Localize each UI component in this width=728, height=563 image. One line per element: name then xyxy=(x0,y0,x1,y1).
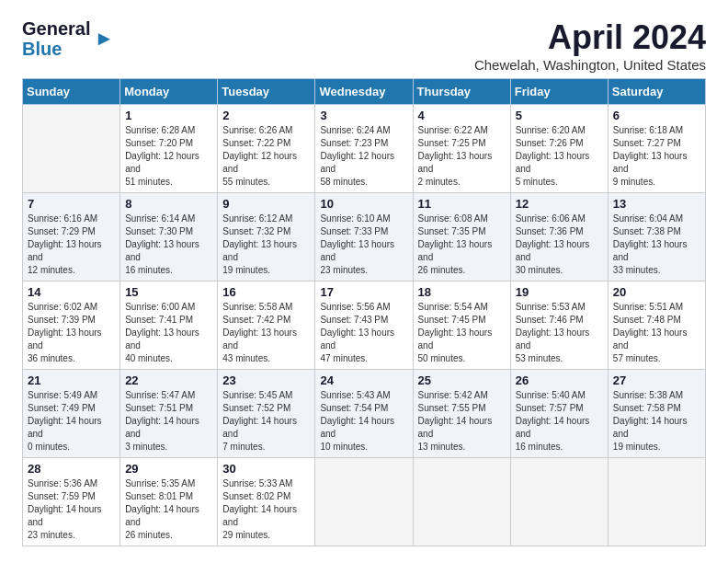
daylight-text: Daylight: 13 hours and xyxy=(613,150,700,176)
sunrise-text: Sunrise: 6:06 AM xyxy=(516,213,603,225)
col-friday: Friday xyxy=(510,79,608,105)
day-number: 19 xyxy=(516,285,603,299)
sunset-text: Sunset: 7:27 PM xyxy=(613,137,700,150)
day-info: Sunrise: 5:47 AMSunset: 7:51 PMDaylight:… xyxy=(125,389,212,454)
table-row: 29Sunrise: 5:35 AMSunset: 8:01 PMDayligh… xyxy=(120,458,218,546)
table-row: 3Sunrise: 6:24 AMSunset: 7:23 PMDaylight… xyxy=(315,105,413,193)
daylight-text-cont: 10 minutes. xyxy=(320,441,407,454)
table-row: 14Sunrise: 6:02 AMSunset: 7:39 PMDayligh… xyxy=(23,282,120,370)
table-row: 20Sunrise: 5:51 AMSunset: 7:48 PMDayligh… xyxy=(608,282,705,370)
day-info: Sunrise: 6:06 AMSunset: 7:36 PMDaylight:… xyxy=(516,213,603,277)
table-row: 12Sunrise: 6:06 AMSunset: 7:36 PMDayligh… xyxy=(510,193,608,282)
daylight-text-cont: 43 minutes. xyxy=(222,352,310,365)
daylight-text: Daylight: 14 hours and xyxy=(125,415,212,441)
table-row: 1Sunrise: 6:28 AMSunset: 7:20 PMDaylight… xyxy=(120,105,218,193)
daylight-text: Daylight: 14 hours and xyxy=(222,415,310,441)
day-info: Sunrise: 5:58 AMSunset: 7:42 PMDaylight:… xyxy=(222,301,310,365)
sunset-text: Sunset: 7:48 PM xyxy=(613,314,700,327)
table-row: 28Sunrise: 5:36 AMSunset: 7:59 PMDayligh… xyxy=(23,458,120,546)
logo-general-text: General xyxy=(22,18,90,39)
sunrise-text: Sunrise: 6:00 AM xyxy=(125,301,212,314)
table-row xyxy=(413,458,510,546)
day-number: 25 xyxy=(418,373,506,387)
sunset-text: Sunset: 7:46 PM xyxy=(516,314,603,327)
daylight-text-cont: 12 minutes. xyxy=(28,264,115,277)
daylight-text: Daylight: 13 hours and xyxy=(125,327,212,352)
day-info: Sunrise: 6:16 AMSunset: 7:29 PMDaylight:… xyxy=(28,213,115,277)
table-row: 27Sunrise: 5:38 AMSunset: 7:58 PMDayligh… xyxy=(608,370,705,458)
day-info: Sunrise: 5:42 AMSunset: 7:55 PMDaylight:… xyxy=(418,389,506,454)
col-sunday: Sunday xyxy=(23,79,120,105)
sunrise-text: Sunrise: 6:22 AM xyxy=(418,124,506,137)
daylight-text-cont: 51 minutes. xyxy=(125,176,212,189)
day-number: 6 xyxy=(613,109,700,122)
daylight-text-cont: 19 minutes. xyxy=(222,264,310,277)
daylight-text: Daylight: 13 hours and xyxy=(320,327,407,352)
day-number: 30 xyxy=(222,462,310,476)
daylight-text: Daylight: 14 hours and xyxy=(28,503,115,529)
day-info: Sunrise: 6:12 AMSunset: 7:32 PMDaylight:… xyxy=(222,213,310,277)
table-row: 23Sunrise: 5:45 AMSunset: 7:52 PMDayligh… xyxy=(218,370,315,458)
day-info: Sunrise: 6:18 AMSunset: 7:27 PMDaylight:… xyxy=(613,124,700,189)
table-row xyxy=(315,458,413,546)
day-info: Sunrise: 5:38 AMSunset: 7:58 PMDaylight:… xyxy=(613,389,700,454)
table-row: 15Sunrise: 6:00 AMSunset: 7:41 PMDayligh… xyxy=(120,282,218,370)
daylight-text: Daylight: 14 hours and xyxy=(222,503,310,529)
daylight-text: Daylight: 14 hours and xyxy=(28,415,115,441)
sunrise-text: Sunrise: 6:24 AM xyxy=(320,124,407,137)
day-number: 16 xyxy=(222,285,310,299)
daylight-text: Daylight: 13 hours and xyxy=(125,238,212,264)
sunset-text: Sunset: 7:36 PM xyxy=(516,225,603,238)
table-row: 22Sunrise: 5:47 AMSunset: 7:51 PMDayligh… xyxy=(120,370,218,458)
daylight-text: Daylight: 13 hours and xyxy=(516,238,603,264)
day-info: Sunrise: 5:49 AMSunset: 7:49 PMDaylight:… xyxy=(28,389,115,454)
day-number: 12 xyxy=(516,197,603,211)
day-number: 22 xyxy=(125,373,212,387)
daylight-text: Daylight: 13 hours and xyxy=(222,238,310,264)
day-info: Sunrise: 6:02 AMSunset: 7:39 PMDaylight:… xyxy=(28,301,115,365)
sunrise-text: Sunrise: 5:58 AM xyxy=(222,301,310,314)
day-info: Sunrise: 5:33 AMSunset: 8:02 PMDaylight:… xyxy=(222,477,310,542)
table-row: 17Sunrise: 5:56 AMSunset: 7:43 PMDayligh… xyxy=(315,282,413,370)
col-tuesday: Tuesday xyxy=(218,79,315,105)
sunset-text: Sunset: 8:02 PM xyxy=(222,490,310,503)
day-info: Sunrise: 5:35 AMSunset: 8:01 PMDaylight:… xyxy=(125,477,212,542)
table-row xyxy=(608,458,705,546)
day-info: Sunrise: 6:04 AMSunset: 7:38 PMDaylight:… xyxy=(613,213,700,277)
sunrise-text: Sunrise: 6:26 AM xyxy=(222,124,310,137)
daylight-text: Daylight: 13 hours and xyxy=(613,327,700,352)
sunrise-text: Sunrise: 5:33 AM xyxy=(222,477,310,490)
daylight-text: Daylight: 12 hours and xyxy=(222,150,310,176)
sunrise-text: Sunrise: 6:04 AM xyxy=(613,213,700,225)
daylight-text-cont: 53 minutes. xyxy=(516,352,603,365)
daylight-text-cont: 33 minutes. xyxy=(613,264,700,277)
day-number: 14 xyxy=(28,285,115,299)
sunset-text: Sunset: 7:26 PM xyxy=(516,137,603,150)
calendar-week-row: 1Sunrise: 6:28 AMSunset: 7:20 PMDaylight… xyxy=(23,105,706,193)
title-area: April 2024 Chewelah, Washington, United … xyxy=(474,18,706,73)
sunset-text: Sunset: 7:22 PM xyxy=(222,137,310,150)
table-row: 6Sunrise: 6:18 AMSunset: 7:27 PMDaylight… xyxy=(608,105,705,193)
day-info: Sunrise: 5:53 AMSunset: 7:46 PMDaylight:… xyxy=(516,301,603,365)
sunrise-text: Sunrise: 5:42 AM xyxy=(418,389,506,402)
sunrise-text: Sunrise: 6:02 AM xyxy=(28,301,115,314)
day-info: Sunrise: 5:51 AMSunset: 7:48 PMDaylight:… xyxy=(613,301,700,365)
sunrise-text: Sunrise: 5:49 AM xyxy=(28,389,115,402)
calendar-title: April 2024 xyxy=(474,18,706,57)
daylight-text: Daylight: 13 hours and xyxy=(418,327,506,352)
sunset-text: Sunset: 7:51 PM xyxy=(125,402,212,415)
daylight-text-cont: 23 minutes. xyxy=(28,529,115,542)
sunset-text: Sunset: 7:33 PM xyxy=(320,225,407,238)
table-row: 26Sunrise: 5:40 AMSunset: 7:57 PMDayligh… xyxy=(510,370,608,458)
day-number: 4 xyxy=(418,109,506,122)
sunrise-text: Sunrise: 6:08 AM xyxy=(418,213,506,225)
day-info: Sunrise: 6:24 AMSunset: 7:23 PMDaylight:… xyxy=(320,124,407,189)
col-monday: Monday xyxy=(120,79,218,105)
sunset-text: Sunset: 7:58 PM xyxy=(613,402,700,415)
day-number: 23 xyxy=(222,373,310,387)
table-row: 25Sunrise: 5:42 AMSunset: 7:55 PMDayligh… xyxy=(413,370,510,458)
calendar-header-row: Sunday Monday Tuesday Wednesday Thursday… xyxy=(23,79,706,105)
daylight-text: Daylight: 13 hours and xyxy=(28,238,115,264)
day-number: 1 xyxy=(125,109,212,122)
sunrise-text: Sunrise: 5:35 AM xyxy=(125,477,212,490)
